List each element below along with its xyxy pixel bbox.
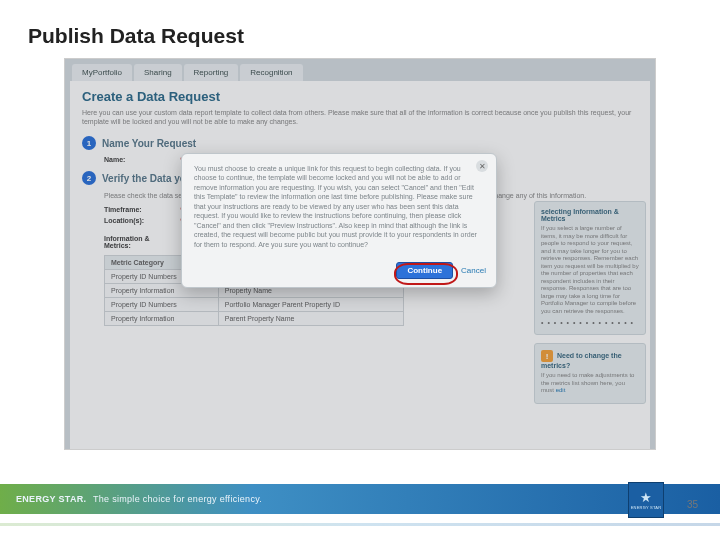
footer-bar: ENERGY STAR. The simple choice for energ…	[0, 484, 720, 514]
footer-brand: ENERGY STAR.	[16, 494, 86, 504]
cancel-button[interactable]: Cancel	[461, 266, 486, 275]
footer-accent-bar	[0, 523, 720, 526]
energy-star-logo: ★ ENERGY STAR	[628, 482, 664, 518]
footer-tagline: The simple choice for energy efficiency.	[93, 494, 262, 504]
star-icon: ★	[640, 491, 652, 504]
app-screenshot: MyPortfolio Sharing Reporting Recognitio…	[64, 58, 656, 450]
confirm-modal: ✕ You must choose to create a unique lin…	[181, 153, 497, 288]
modal-body: You must choose to create a unique link …	[194, 164, 484, 249]
continue-button[interactable]: Continue	[396, 262, 453, 279]
footer-text: ENERGY STAR. The simple choice for energ…	[16, 494, 262, 504]
logo-label: ENERGY STAR	[631, 505, 662, 510]
slide-title: Publish Data Request	[0, 0, 720, 58]
page-number: 35	[687, 499, 698, 510]
